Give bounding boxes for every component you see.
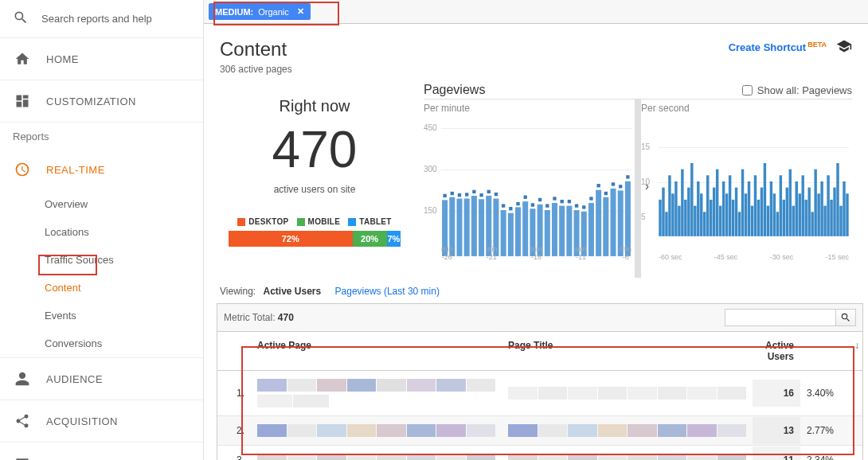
per-second-bars <box>659 127 849 236</box>
nav-audience[interactable]: AUDIENCE <box>0 357 203 400</box>
svg-rect-63 <box>694 206 696 236</box>
dashboard-icon <box>14 93 30 109</box>
subnav-overview[interactable]: Overview <box>45 190 203 218</box>
svg-rect-27 <box>451 192 454 195</box>
svg-rect-29 <box>465 193 468 196</box>
content-table: Active Page Page Title Active Users ↓ 1.… <box>217 331 863 460</box>
cell-percentage: 2.77% <box>800 417 848 444</box>
filter-chip-value: Organic <box>258 7 289 17</box>
subnav-traffic-sources[interactable]: Traffic Sources <box>45 246 203 274</box>
nav-realtime[interactable]: REAL-TIME <box>0 149 203 190</box>
search-icon <box>13 10 29 28</box>
svg-rect-42 <box>560 200 563 203</box>
pageviews-section: Pageviews Show all: Pageviews Per minute… <box>409 83 852 278</box>
cell-percentage: 2.34% <box>800 446 848 460</box>
svg-rect-47 <box>596 184 600 187</box>
right-now-panel: Right now 470 active users on site DESKT… <box>220 83 409 278</box>
svg-rect-92 <box>786 188 788 236</box>
svg-rect-97 <box>802 175 804 236</box>
per-second-x-labels: -60 sec-45 sec-30 sec-15 sec <box>659 254 849 262</box>
th-active-page[interactable]: Active Page <box>251 332 502 370</box>
svg-rect-96 <box>799 193 801 236</box>
svg-rect-31 <box>479 193 483 197</box>
svg-rect-32 <box>487 190 491 193</box>
chart-divider[interactable] <box>635 99 641 278</box>
svg-rect-84 <box>760 188 763 236</box>
cell-percentage: 3.40% <box>800 380 848 407</box>
svg-rect-53 <box>662 188 664 236</box>
metric-total: Metric Total: 470 <box>224 312 294 323</box>
viewing-pageviews-30min[interactable]: Pageviews (Last 30 min) <box>335 286 440 297</box>
metric-bar: Metric Total: 470 <box>217 303 863 331</box>
svg-rect-106 <box>830 200 832 236</box>
svg-rect-111 <box>846 193 848 236</box>
clock-icon <box>14 162 30 177</box>
list-icon <box>14 455 30 460</box>
subnav-events[interactable]: Events <box>45 302 203 329</box>
right-now-sublabel: active users on site <box>220 184 409 195</box>
svg-rect-76 <box>735 188 737 236</box>
svg-rect-86 <box>767 206 769 236</box>
cell-page-title <box>502 416 753 445</box>
svg-rect-46 <box>589 197 592 200</box>
nav-customization[interactable]: CUSTOMIZATION <box>0 80 203 122</box>
svg-rect-34 <box>502 204 505 207</box>
subnav-content[interactable]: Content <box>45 274 203 302</box>
create-shortcut-link[interactable]: Create ShortcutBETA <box>729 41 827 53</box>
close-icon[interactable]: ✕ <box>294 6 304 17</box>
svg-rect-100 <box>811 212 813 236</box>
svg-rect-102 <box>817 193 819 236</box>
svg-rect-74 <box>729 175 731 236</box>
graduation-cap-icon[interactable] <box>836 38 852 57</box>
cell-page-title <box>502 379 753 407</box>
share-icon <box>14 413 30 429</box>
svg-rect-37 <box>524 196 527 199</box>
sidebar-search[interactable]: Search reports and help <box>0 0 203 37</box>
table-row[interactable]: 2. 13 2.77% <box>217 416 862 446</box>
table-search-button[interactable] <box>835 309 856 326</box>
subnav-conversions[interactable]: Conversions <box>45 329 203 357</box>
header-actions: Create ShortcutBETA <box>729 38 852 57</box>
table-row[interactable]: 1. 16 3.40% <box>217 371 862 416</box>
th-active-users[interactable]: Active Users <box>753 332 800 370</box>
realtime-subnav: Overview Locations Traffic Sources Conte… <box>0 190 203 357</box>
show-all-input[interactable] <box>742 85 753 96</box>
subnav-locations[interactable]: Locations <box>45 218 203 246</box>
filter-chip-medium[interactable]: MEDIUM: Organic ✕ <box>209 3 311 20</box>
nav-home[interactable]: HOME <box>0 37 203 80</box>
per-second-label: Per second <box>641 103 852 114</box>
per-second-chart: Per second 15 10 5 -60 sec-45 sec-30 sec… <box>641 99 852 278</box>
svg-rect-78 <box>741 170 744 236</box>
svg-rect-101 <box>814 170 816 236</box>
svg-rect-60 <box>684 200 686 236</box>
row-index: 2. <box>217 417 251 444</box>
sort-descending-icon[interactable]: ↓ <box>848 332 862 370</box>
svg-rect-49 <box>612 182 615 185</box>
per-minute-chart: Per minute 450 300 150 min-26min-21min-1… <box>424 99 635 278</box>
svg-rect-105 <box>827 175 829 236</box>
viewing-label: Viewing: <box>220 286 256 297</box>
main-content: MEDIUM: Organic ✕ Content 306 active pag… <box>204 0 868 460</box>
cell-active-users: 13 <box>753 417 800 444</box>
page-title-block: Content 306 active pages <box>220 38 292 75</box>
table-row[interactable]: 3. 11 2.34% <box>217 446 862 460</box>
nav-realtime-label: REAL-TIME <box>46 164 105 176</box>
svg-rect-36 <box>516 202 519 205</box>
svg-rect-55 <box>668 175 671 236</box>
svg-rect-33 <box>495 193 498 196</box>
th-page-title[interactable]: Page Title <box>502 332 753 370</box>
svg-rect-30 <box>472 190 475 193</box>
nav-home-label: HOME <box>46 53 79 65</box>
reports-section-label: Reports <box>0 122 203 149</box>
svg-rect-103 <box>820 181 823 236</box>
nav-behavior[interactable]: BEHAVIOR <box>0 442 203 460</box>
svg-rect-66 <box>703 212 706 236</box>
bar-segment-tablet: 7% <box>387 231 401 247</box>
nav-acquisition[interactable]: ACQUISITION <box>0 400 203 442</box>
viewing-active-users[interactable]: Active Users <box>263 286 321 297</box>
svg-rect-56 <box>671 193 674 236</box>
table-search-input[interactable] <box>725 309 836 326</box>
show-all-checkbox[interactable]: Show all: Pageviews <box>742 84 852 96</box>
per-minute-bars <box>441 127 631 256</box>
svg-rect-110 <box>843 181 845 236</box>
